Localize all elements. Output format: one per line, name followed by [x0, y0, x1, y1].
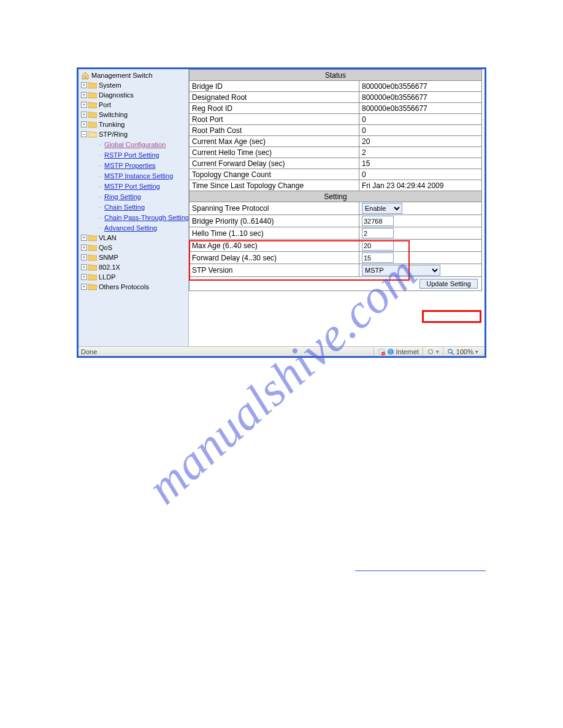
- row-stp-version: STP VersionMSTP: [190, 264, 482, 277]
- tree-sub-chain-pt[interactable]: ·Chain Pass-Through Setting: [94, 212, 187, 222]
- stp-select[interactable]: Enable: [362, 203, 402, 214]
- setting-label: Bridge Priority (0..61440): [190, 215, 359, 227]
- tree-item-switching[interactable]: +Switching: [81, 110, 187, 119]
- tree-item-snmp[interactable]: +SNMP: [81, 252, 187, 262]
- status-key: Time Since Last Topology Change: [190, 180, 359, 191]
- tree-sub-chain[interactable]: ·Chain Setting: [94, 202, 187, 212]
- status-key: Root Path Cost: [190, 125, 359, 136]
- table-row: Reg Root ID800000e0b3556677: [190, 103, 482, 114]
- tree-item-vlan[interactable]: +VLAN: [81, 233, 187, 243]
- folder-icon: [88, 283, 97, 290]
- tree-item-diagnostics[interactable]: +Diagnostics: [81, 90, 187, 100]
- expand-icon[interactable]: +: [81, 235, 87, 241]
- setting-label: Forward Delay (4..30 sec): [190, 252, 359, 264]
- expand-icon[interactable]: +: [81, 274, 87, 280]
- app-window: Management Switch +System +Diagnostics +…: [77, 67, 486, 358]
- status-key: Bridge ID: [190, 81, 359, 92]
- content-area: Management Switch +System +Diagnostics +…: [79, 69, 484, 346]
- protected-mode[interactable]: ▾: [423, 347, 443, 356]
- status-val: 15: [359, 158, 482, 169]
- setting-label: Spanning Tree Protocol: [190, 202, 359, 215]
- tree-item-lldp[interactable]: +LLDP: [81, 272, 187, 282]
- zoom-label: 100%: [456, 348, 473, 355]
- tree-sub-ring[interactable]: ·Ring Setting: [94, 191, 187, 202]
- stp-version-select[interactable]: MSTP: [362, 265, 440, 276]
- status-header: Status: [190, 70, 482, 81]
- tree-item-stp-ring[interactable]: –STP/Ring: [81, 129, 187, 139]
- tree-item-qos[interactable]: +QoS: [81, 243, 187, 252]
- bridge-priority-input[interactable]: [362, 216, 394, 226]
- main-pane: Status Bridge ID800000e0b3556677 Designa…: [189, 69, 484, 346]
- expand-icon[interactable]: +: [81, 264, 87, 270]
- setting-label: Hello Time (1..10 sec): [190, 227, 359, 240]
- tree-item-others[interactable]: +Others Protocols: [81, 282, 187, 292]
- status-val: 0: [359, 125, 482, 136]
- folder-icon: [88, 244, 97, 251]
- bullet-icon: ·: [98, 161, 102, 170]
- status-key: Designated Root: [190, 92, 359, 103]
- table-row: Bridge ID800000e0b3556677: [190, 81, 482, 92]
- tree-root-label: Management Switch: [91, 70, 153, 80]
- globe-icon: [387, 348, 394, 355]
- tree-sub-mstp-port[interactable]: ·MSTP Port Setting: [94, 181, 187, 191]
- gear-icon: [427, 348, 434, 355]
- shield-error-icon: [378, 348, 385, 355]
- status-key: Reg Root ID: [190, 103, 359, 114]
- expand-icon[interactable]: +: [81, 254, 87, 260]
- table-row: Current Forward Delay (sec)15: [190, 158, 482, 169]
- row-bridge-priority: Bridge Priority (0..61440): [190, 215, 482, 227]
- status-val: 0: [359, 114, 482, 125]
- tree-item-8021x[interactable]: +802.1X: [81, 262, 187, 272]
- collapse-icon[interactable]: –: [81, 131, 87, 137]
- tree-root[interactable]: Management Switch: [81, 70, 187, 80]
- tree-sub-rstp-port[interactable]: ·RSTP Port Setting: [94, 150, 187, 160]
- expand-icon[interactable]: +: [81, 102, 87, 108]
- status-text: Done: [81, 348, 97, 355]
- status-val: 0: [359, 169, 482, 180]
- status-key: Current Forward Delay (sec): [190, 158, 359, 169]
- folder-icon: [88, 101, 97, 108]
- table-row: Designated Root800000e0b3556677: [190, 92, 482, 103]
- folder-icon: [88, 121, 97, 128]
- table-row: Root Path Cost0: [190, 125, 482, 136]
- update-setting-button[interactable]: Update Setting: [419, 279, 478, 289]
- tree-item-trunking[interactable]: +Trunking: [81, 119, 187, 129]
- status-val: 800000e0b3556677: [359, 81, 482, 92]
- row-forward-delay: Forward Delay (4..30 sec): [190, 252, 482, 264]
- expand-icon[interactable]: +: [81, 284, 87, 290]
- max-age-input[interactable]: [362, 240, 394, 251]
- table-row: Current Max Age (sec)20: [190, 136, 482, 147]
- chevron-down-icon: ▾: [475, 349, 478, 355]
- setting-label: STP Version: [190, 264, 359, 277]
- chevron-down-icon: ▾: [436, 349, 439, 355]
- row-stp: Spanning Tree ProtocolEnable: [190, 202, 482, 215]
- expand-icon[interactable]: +: [81, 82, 87, 88]
- tree-sub-mstp-props[interactable]: ·MSTP Properties: [94, 160, 187, 170]
- page-link-underline: [355, 571, 486, 571]
- magnifier-icon: [447, 348, 454, 355]
- expand-icon[interactable]: +: [81, 121, 87, 127]
- stp-children: ·Global Configuration ·RSTP Port Setting…: [81, 139, 187, 233]
- folder-icon: [88, 234, 97, 241]
- status-val: 800000e0b3556677: [359, 103, 482, 114]
- highlight-box: [422, 310, 481, 323]
- tree-sub-mstp-instance[interactable]: ·MSTP Instance Setting: [94, 170, 187, 181]
- expand-icon[interactable]: +: [81, 112, 87, 118]
- tree-item-port[interactable]: +Port: [81, 100, 187, 110]
- status-val: Fri Jan 23 04:29:44 2009: [359, 180, 482, 191]
- zoom-control[interactable]: 100% ▾: [443, 347, 482, 356]
- table-row: Root Port0: [190, 114, 482, 125]
- bullet-icon: ·: [98, 223, 102, 233]
- hello-time-input[interactable]: [362, 228, 394, 238]
- expand-icon[interactable]: +: [81, 245, 87, 251]
- tree-sub-advanced[interactable]: ·Advanced Setting: [94, 222, 187, 233]
- tree-item-system[interactable]: +System: [81, 80, 187, 90]
- zone-label: Internet: [396, 348, 419, 355]
- expand-icon[interactable]: +: [81, 92, 87, 98]
- setting-label: Max Age (6..40 sec): [190, 240, 359, 252]
- tree-sub-global-config[interactable]: ·Global Configuration: [94, 139, 187, 150]
- forward-delay-input[interactable]: [362, 252, 394, 263]
- bullet-icon: ·: [98, 140, 102, 150]
- row-update: Update Setting: [190, 277, 482, 291]
- row-max-age: Max Age (6..40 sec): [190, 240, 482, 252]
